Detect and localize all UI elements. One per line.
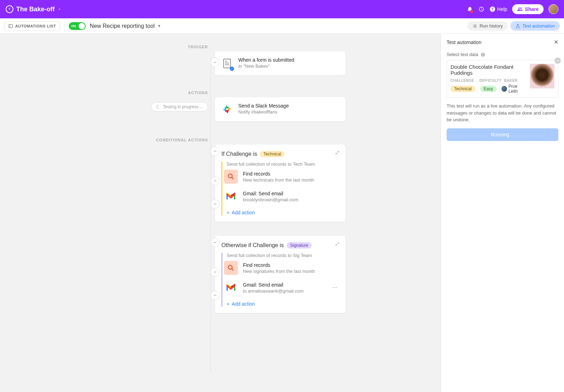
find-icon xyxy=(224,261,238,275)
testing-badge: Testing in progress… xyxy=(151,102,208,111)
collapse-node[interactable]: − xyxy=(210,200,220,209)
add-action-button[interactable]: + Add action xyxy=(224,210,339,215)
cond1-action2-title: Gmail: Send email xyxy=(243,191,298,196)
help-label: Help xyxy=(497,6,507,12)
share-label: Share xyxy=(525,6,539,12)
trigger-subtitle: In "New Bakes" xyxy=(238,63,294,69)
cond1-prefix: If Challenge is xyxy=(221,151,257,157)
test-automation-label: Test automation xyxy=(522,23,555,29)
field-labels: CHALLENGE DIFFICULTY BAKER xyxy=(450,79,526,82)
svg-point-10 xyxy=(228,265,232,269)
conditional-group-2[interactable]: Otherwise if Challenge is Signature Send… xyxy=(215,236,345,313)
find-icon xyxy=(224,170,238,184)
svg-line-9 xyxy=(232,178,234,179)
base-title-dropdown[interactable]: The Bake-off xyxy=(6,5,62,13)
cond1-badge: Technical xyxy=(260,151,284,157)
add-action-label: Add action xyxy=(232,301,255,307)
help-icon: ? xyxy=(489,6,496,12)
cond2-description: Send full collection of records to Sig T… xyxy=(224,253,339,258)
cond2-badge: Signature xyxy=(287,242,312,249)
automation-menu-caret[interactable]: ▼ xyxy=(158,24,161,28)
slack-action-title: Send a Slack Message xyxy=(238,103,289,109)
svg-text:i: i xyxy=(482,53,483,56)
cond1-description: Send full collection of records to Tech … xyxy=(224,161,339,167)
automation-toggle[interactable]: ON xyxy=(69,22,86,30)
cond1-action1-sub: New technicals from the last month xyxy=(243,177,314,183)
automation-toolbar: AUTOMATIONS LIST ON New Recipe reporting… xyxy=(0,18,564,34)
automations-list-label: AUTOMATIONS LIST xyxy=(15,24,56,28)
remove-record-button[interactable]: − xyxy=(554,57,561,64)
svg-rect-2 xyxy=(9,24,13,27)
collapse-node[interactable]: − xyxy=(210,58,220,67)
slack-icon xyxy=(221,103,233,116)
collapse-node[interactable]: − xyxy=(210,176,220,185)
close-panel-button[interactable]: ✕ xyxy=(554,39,558,45)
divider xyxy=(64,22,65,30)
people-icon xyxy=(517,6,523,12)
history-icon[interactable] xyxy=(478,6,484,12)
test-warning-text: This test will run as a live automation.… xyxy=(447,103,558,123)
plus-icon: + xyxy=(227,301,229,307)
svg-text:?: ? xyxy=(491,7,494,11)
cond2-action2-title: Gmail: Send email xyxy=(243,282,304,288)
base-title-text: The Bake-off xyxy=(16,6,55,13)
test-record-card[interactable]: − Double Chocolate Fondant Puddings CHAL… xyxy=(447,60,558,98)
cond1-action1-title: Find records xyxy=(243,171,314,177)
running-button: Running… xyxy=(447,128,558,141)
info-icon[interactable]: i xyxy=(480,52,485,57)
test-panel: Test automation ✕ Select test data i − D… xyxy=(441,34,564,392)
help-button[interactable]: ? Help xyxy=(489,6,507,12)
form-icon xyxy=(221,57,233,70)
add-action-button[interactable]: + Add action xyxy=(224,301,339,307)
add-action-label: Add action xyxy=(232,210,255,215)
run-history-button[interactable]: Run history xyxy=(467,21,508,31)
slack-action-subtitle: Notify #bakeofffans xyxy=(238,109,289,115)
challenge-value: Technical xyxy=(450,86,475,92)
top-bar: The Bake-off ? Help Share xyxy=(0,0,564,18)
svg-point-8 xyxy=(228,174,232,178)
svg-rect-4 xyxy=(223,59,231,68)
bell-icon xyxy=(467,6,473,12)
cond2-action2-sub: to annalisaswank@gmail.com xyxy=(243,288,304,294)
compass-icon xyxy=(6,5,13,13)
select-test-data-label: Select test data i xyxy=(447,52,558,57)
cond2-action1-title: Find records xyxy=(243,262,315,268)
notifications-button[interactable] xyxy=(467,6,473,13)
collapse-node[interactable]: − xyxy=(210,238,220,247)
plus-icon: + xyxy=(227,210,229,215)
cond1-action2-sub: brooklynbrown@gmail.com xyxy=(243,197,298,202)
collapse-node[interactable]: − xyxy=(210,147,220,156)
run-history-label: Run history xyxy=(479,23,503,29)
actions-section-label: ACTIONS xyxy=(188,91,208,95)
collapse-icon[interactable] xyxy=(335,150,340,155)
sidebar-icon xyxy=(8,24,13,29)
collapse-icon[interactable] xyxy=(335,241,340,246)
slack-action-card[interactable]: Send a Slack Message Notify #bakeofffans xyxy=(215,97,345,121)
spinner-icon xyxy=(157,105,161,109)
testing-badge-text: Testing in progress… xyxy=(163,104,203,109)
trigger-section-label: TRIGGER xyxy=(188,45,208,49)
automations-list-button[interactable]: AUTOMATIONS LIST xyxy=(4,21,60,31)
flask-icon xyxy=(515,24,520,29)
baker-avatar xyxy=(502,86,507,92)
more-icon[interactable]: ··· xyxy=(332,285,338,290)
svg-line-11 xyxy=(232,269,234,271)
trigger-title: When a form is submitted xyxy=(238,57,294,63)
toggle-on-label: ON xyxy=(71,24,76,28)
chevron-down-icon xyxy=(57,7,62,11)
panel-title: Test automation xyxy=(447,39,482,45)
record-thumbnail xyxy=(530,64,554,88)
toggle-knob xyxy=(79,23,85,29)
share-button[interactable]: Share xyxy=(512,4,544,14)
baker-value: Prue Leith xyxy=(502,84,526,94)
test-automation-button[interactable]: Test automation xyxy=(510,21,560,31)
conditional-section-label: CONDITIONAL ACTIONS xyxy=(156,138,208,142)
cond2-action1-sub: New signatures from the last month xyxy=(243,269,315,274)
collapse-node[interactable]: − xyxy=(210,268,220,277)
cond2-prefix: Otherwise if Challenge is xyxy=(221,242,284,249)
collapse-node[interactable]: − xyxy=(210,291,220,300)
trigger-card[interactable]: When a form is submitted In "New Bakes" xyxy=(215,51,345,75)
automation-name[interactable]: New Recipe reporting tool xyxy=(90,23,155,29)
conditional-group-1[interactable]: If Challenge is Technical Send full coll… xyxy=(215,145,345,222)
user-avatar[interactable] xyxy=(548,4,558,14)
